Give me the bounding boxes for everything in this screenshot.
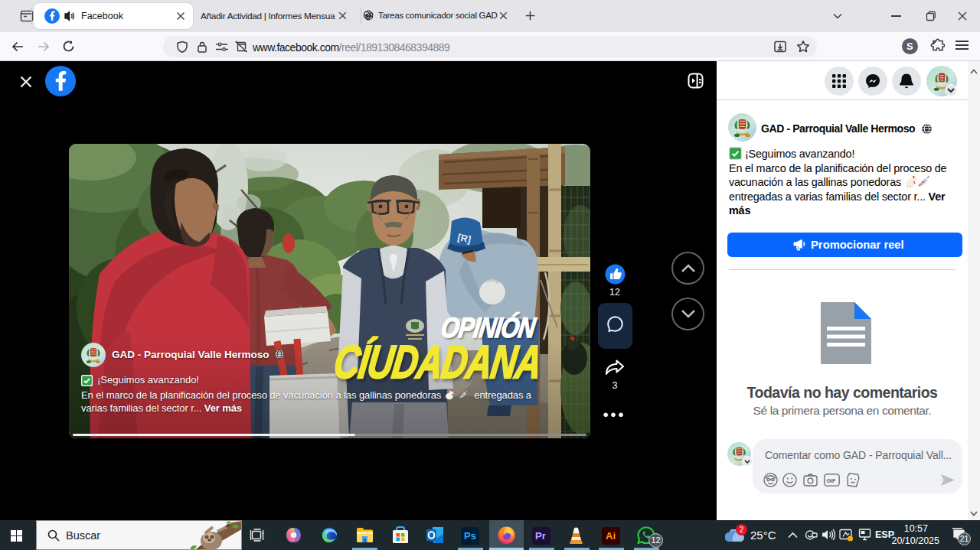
svg-text:GIF: GIF bbox=[826, 477, 836, 484]
